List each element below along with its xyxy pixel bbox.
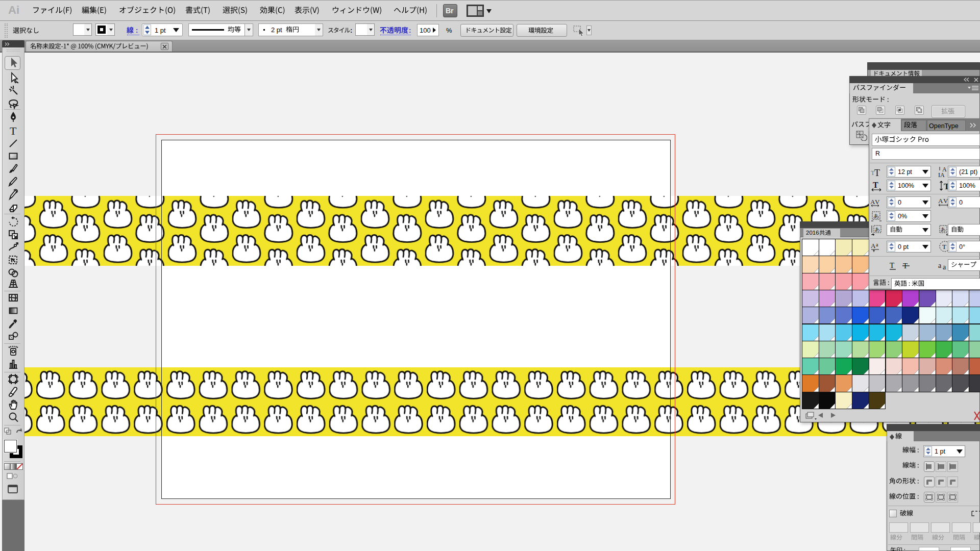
svg-text:T: T bbox=[890, 261, 894, 269]
svg-text:V: V bbox=[875, 198, 880, 206]
svg-text:T: T bbox=[873, 181, 878, 189]
svg-text:あ: あ bbox=[873, 213, 879, 219]
svg-text:a: a bbox=[943, 263, 946, 270]
svg-text:a: a bbox=[876, 242, 878, 247]
svg-text:T: T bbox=[10, 124, 17, 137]
svg-text:T: T bbox=[874, 168, 880, 177]
svg-text:IA: IA bbox=[938, 171, 945, 178]
svg-text:T: T bbox=[942, 243, 946, 251]
svg-text:あ: あ bbox=[875, 227, 880, 232]
svg-text:A: A bbox=[938, 197, 943, 205]
svg-text:A: A bbox=[871, 242, 876, 249]
svg-text:a: a bbox=[938, 262, 942, 269]
svg-text:あ: あ bbox=[941, 227, 946, 232]
